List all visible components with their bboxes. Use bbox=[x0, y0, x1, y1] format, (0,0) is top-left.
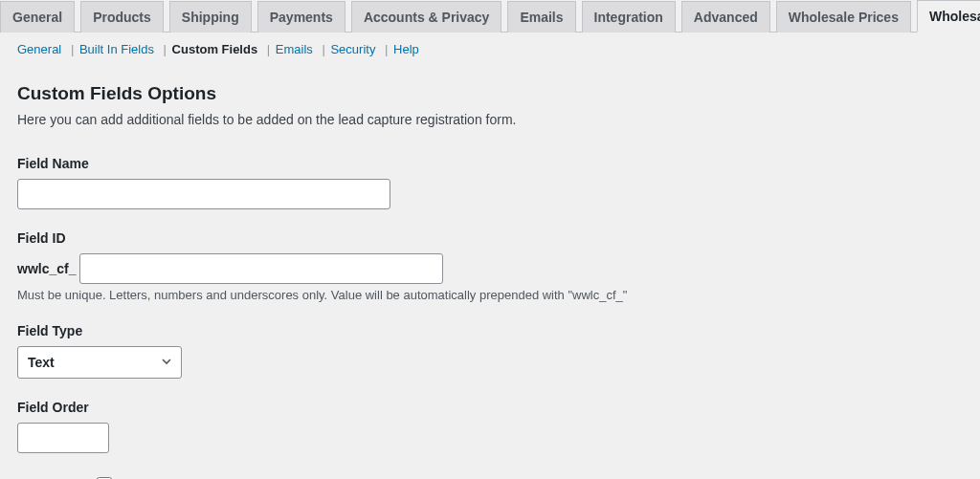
sub-nav: General | Built In Fields | Custom Field… bbox=[0, 33, 980, 56]
separator: | bbox=[385, 42, 388, 56]
field-id-hint: Must be unique. Letters, numbers and und… bbox=[17, 288, 963, 302]
required-group: Required bbox=[17, 474, 963, 479]
tab-accounts-privacy[interactable]: Accounts & Privacy bbox=[351, 1, 502, 33]
field-order-label: Field Order bbox=[17, 400, 963, 415]
field-order-group: Field Order bbox=[17, 400, 963, 453]
field-type-value: Text bbox=[28, 355, 55, 370]
field-name-label: Field Name bbox=[17, 156, 963, 171]
subnav-emails[interactable]: Emails bbox=[276, 42, 313, 56]
content-area: Custom Fields Options Here you can add a… bbox=[0, 56, 980, 479]
primary-tabs: General Products Shipping Payments Accou… bbox=[0, 0, 980, 33]
subnav-help[interactable]: Help bbox=[393, 42, 419, 56]
subnav-custom-fields[interactable]: Custom Fields bbox=[172, 42, 258, 56]
tab-shipping[interactable]: Shipping bbox=[169, 1, 252, 33]
field-type-group: Field Type Text bbox=[17, 323, 963, 379]
tab-integration[interactable]: Integration bbox=[582, 1, 676, 33]
field-id-group: Field ID wwlc_cf_ Must be unique. Letter… bbox=[17, 230, 963, 302]
field-id-prefix: wwlc_cf_ bbox=[17, 261, 76, 276]
field-name-group: Field Name bbox=[17, 156, 963, 209]
field-order-input[interactable] bbox=[17, 423, 109, 453]
section-title: Custom Fields Options bbox=[17, 83, 963, 104]
tab-products[interactable]: Products bbox=[80, 1, 164, 33]
tab-wholesale-prices[interactable]: Wholesale Prices bbox=[776, 1, 911, 33]
section-description: Here you can add additional fields to be… bbox=[17, 112, 963, 127]
tab-general[interactable]: General bbox=[0, 1, 75, 33]
separator: | bbox=[71, 42, 74, 56]
separator: | bbox=[322, 42, 324, 56]
field-type-select[interactable]: Text bbox=[17, 346, 182, 379]
subnav-general[interactable]: General bbox=[17, 42, 61, 56]
tab-wholesale-lead[interactable]: Wholesale Lead bbox=[917, 0, 980, 33]
field-id-input[interactable] bbox=[79, 253, 443, 284]
tab-emails[interactable]: Emails bbox=[507, 1, 575, 33]
tab-advanced[interactable]: Advanced bbox=[681, 1, 770, 33]
tab-payments[interactable]: Payments bbox=[257, 1, 345, 33]
field-type-label: Field Type bbox=[17, 323, 963, 338]
field-id-label: Field ID bbox=[17, 230, 963, 246]
field-name-input[interactable] bbox=[17, 179, 390, 209]
separator: | bbox=[267, 42, 270, 56]
subnav-security[interactable]: Security bbox=[330, 42, 375, 56]
subnav-built-in-fields[interactable]: Built In Fields bbox=[79, 42, 154, 56]
separator: | bbox=[164, 42, 167, 56]
